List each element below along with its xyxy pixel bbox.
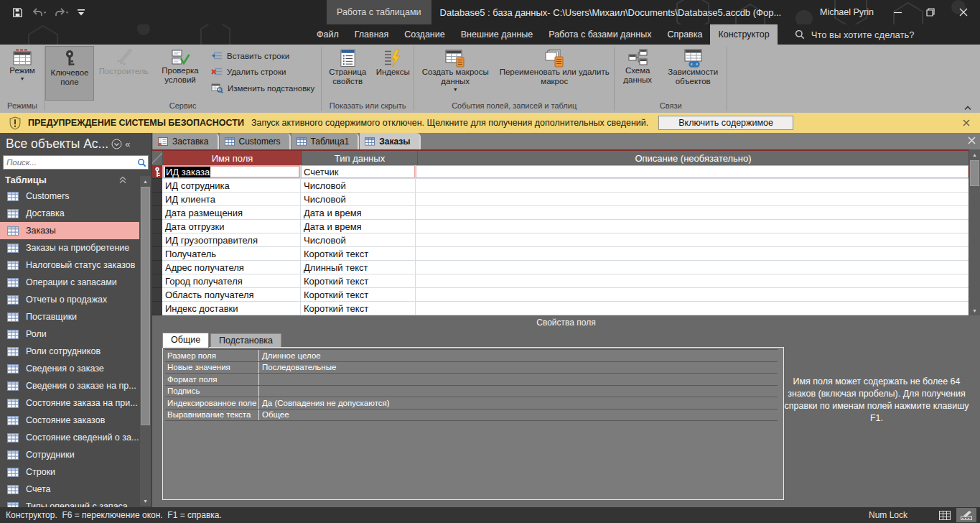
nav-item[interactable]: Состояние сведений о за... — [0, 429, 139, 446]
ribbon-button[interactable]: Переименовать или удалить макрос — [495, 46, 613, 101]
description-cell[interactable] — [416, 233, 969, 247]
row-selector[interactable] — [152, 302, 162, 315]
warning-close-icon[interactable] — [963, 119, 970, 126]
nav-item[interactable]: Счета — [0, 481, 139, 498]
property-value[interactable]: Общее — [259, 409, 778, 421]
nav-scrollbar-thumb[interactable] — [141, 187, 150, 425]
field-name-cell[interactable]: Город получателя — [162, 274, 301, 288]
ribbon-tab-6[interactable]: Конструктор — [710, 24, 777, 45]
column-header-field-name[interactable]: Имя поля — [163, 151, 302, 165]
nav-item[interactable]: Customers — [0, 188, 139, 205]
nav-item[interactable]: Сведения о заказе — [0, 360, 139, 377]
row-selector[interactable] — [152, 179, 162, 193]
ribbon-button[interactable]: Схема данных — [615, 46, 660, 101]
statusbar-datasheet-button[interactable] — [935, 508, 955, 522]
description-cell[interactable] — [416, 179, 969, 193]
nav-item[interactable]: Заказы на приобретение — [0, 239, 139, 256]
close-window-button[interactable] — [947, 0, 980, 24]
field-name-cell[interactable]: ИД заказа — [162, 165, 301, 179]
nav-item[interactable]: Заказы — [0, 222, 139, 239]
field-name-cell[interactable]: Дата размещения — [162, 206, 301, 220]
nav-item[interactable]: Состояние заказа на при... — [0, 394, 139, 412]
nav-item[interactable]: Налоговый статус заказов — [0, 256, 139, 274]
redo-button[interactable] — [55, 8, 69, 17]
property-tab[interactable]: Подстановка — [210, 333, 281, 347]
nav-search-magnifier-icon[interactable] — [137, 158, 146, 167]
nav-search-input[interactable] — [4, 158, 137, 167]
ribbon-button[interactable]: Ключевое поле — [45, 46, 94, 101]
row-selector[interactable] — [152, 261, 162, 274]
account-name[interactable]: Michael Pyrin — [820, 7, 874, 17]
nav-item[interactable]: Отчеты о продажах — [0, 291, 139, 308]
ribbon-tab-5[interactable]: Справка — [659, 24, 710, 45]
description-cell[interactable] — [416, 247, 969, 261]
document-tab[interactable]: Customers — [220, 133, 291, 149]
property-value[interactable]: Длинное целое — [259, 350, 778, 361]
grid-scrollbar-thumb[interactable] — [970, 160, 979, 186]
data-type-cell[interactable]: Длинный текст — [301, 261, 416, 274]
row-selector[interactable] — [152, 193, 162, 206]
ribbon-button[interactable]: Индексы — [373, 46, 413, 101]
nav-search-box[interactable] — [3, 155, 149, 170]
nav-item[interactable]: Сотрудники — [0, 446, 139, 463]
nav-item[interactable]: Типы операций с запаса... — [0, 498, 139, 507]
ribbon-tab-2[interactable]: Создание — [396, 24, 452, 45]
property-tab[interactable]: Общие — [162, 333, 209, 348]
field-name-cell[interactable]: Получатель — [162, 247, 301, 261]
row-selector[interactable] — [152, 165, 162, 179]
data-type-cell[interactable]: Короткий текст — [301, 302, 416, 315]
ribbon-tab-1[interactable]: Главная — [347, 24, 397, 45]
statusbar-design-button[interactable] — [956, 508, 976, 522]
data-type-cell[interactable]: Числовой — [301, 193, 416, 206]
document-tab[interactable]: Заставка — [153, 133, 219, 149]
row-selector[interactable] — [152, 247, 162, 261]
field-name-cell[interactable]: Дата отгрузки — [162, 220, 301, 233]
ribbon-tab-4[interactable]: Работа с базами данных — [541, 24, 659, 45]
ribbon-button[interactable]: Построитель — [94, 46, 153, 101]
property-value[interactable]: Да (Совпадения не допускаются) — [259, 397, 778, 409]
ribbon-button[interactable]: Вставить строки — [211, 51, 314, 61]
ribbon-button[interactable]: Изменить подстановку — [211, 83, 314, 93]
nav-item[interactable]: Доставка — [0, 205, 139, 222]
ribbon-tab-0[interactable]: Файл — [309, 24, 347, 45]
minimize-button[interactable] — [881, 0, 914, 24]
nav-group-header-tables[interactable]: Таблицы — [0, 172, 151, 188]
collapse-group-icon[interactable] — [118, 176, 127, 184]
data-type-cell[interactable]: Дата и время — [301, 220, 416, 233]
customize-qat-button[interactable] — [78, 9, 85, 17]
description-cell[interactable] — [416, 193, 969, 206]
description-cell[interactable] — [416, 165, 969, 179]
collapse-pane-icon[interactable]: « — [125, 139, 130, 149]
ribbon-button[interactable]: Режим▾ — [1, 46, 43, 101]
description-cell[interactable] — [416, 288, 969, 302]
property-value[interactable] — [259, 374, 778, 385]
tell-me-search[interactable]: Что вы хотите сделать? — [795, 24, 915, 45]
field-name-cell[interactable]: Индекс доставки — [162, 302, 301, 315]
scroll-down-icon[interactable]: ▼ — [140, 496, 151, 506]
close-document-icon[interactable] — [968, 136, 976, 144]
grid-corner-cell[interactable] — [152, 151, 163, 165]
scroll-up-icon[interactable]: ▲ — [969, 149, 980, 159]
description-cell[interactable] — [416, 302, 969, 315]
collapse-ribbon-icon[interactable] — [963, 105, 972, 111]
data-type-cell[interactable]: Счетчик — [301, 165, 416, 179]
data-type-cell[interactable]: Короткий текст — [301, 247, 416, 261]
data-type-cell[interactable]: Короткий текст — [301, 288, 416, 302]
nav-menu-chevron-icon[interactable] — [111, 139, 122, 149]
column-header-data-type[interactable]: Тип данных — [302, 151, 417, 165]
ribbon-button[interactable]: Удалить строки — [211, 67, 314, 77]
nav-item[interactable]: Роли сотрудников — [0, 343, 139, 360]
scroll-down-icon[interactable]: ▼ — [969, 305, 980, 315]
restore-button[interactable] — [914, 0, 947, 24]
contextual-tab-group[interactable]: Работа с таблицами — [327, 0, 431, 24]
data-type-cell[interactable]: Короткий текст — [301, 274, 416, 288]
undo-button[interactable] — [32, 8, 46, 17]
data-type-cell[interactable]: Числовой — [301, 233, 416, 247]
nav-scrollbar[interactable]: ▲ ▼ — [140, 176, 151, 506]
data-type-cell[interactable]: Дата и время — [301, 206, 416, 220]
save-button[interactable] — [12, 7, 23, 18]
description-cell[interactable] — [416, 206, 969, 220]
column-header-description[interactable]: Описание (необязательно) — [417, 151, 969, 165]
property-value[interactable]: Последовательные — [259, 362, 778, 374]
field-name-cell[interactable]: ИД клиента — [162, 193, 301, 206]
